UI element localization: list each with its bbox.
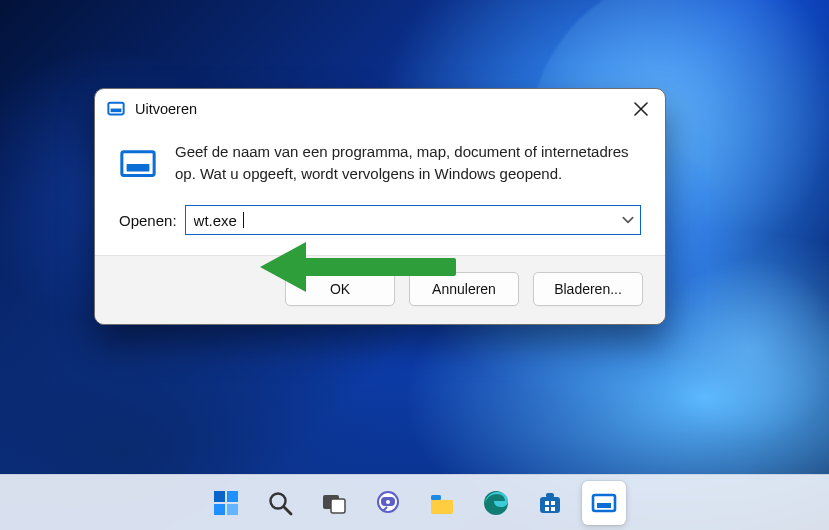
- svg-rect-23: [545, 507, 549, 511]
- ok-button[interactable]: OK: [285, 272, 395, 306]
- svg-rect-22: [551, 501, 555, 505]
- text-caret: [243, 212, 244, 228]
- run-icon: [107, 100, 125, 118]
- taskbar-task-view[interactable]: [312, 481, 356, 525]
- svg-rect-19: [540, 497, 560, 513]
- taskbar-file-explorer[interactable]: [420, 481, 464, 525]
- svg-rect-2: [122, 152, 154, 176]
- run-icon-large: [119, 145, 157, 183]
- dialog-description: Geef de naam van een programma, map, doc…: [175, 141, 641, 185]
- svg-rect-21: [545, 501, 549, 505]
- open-combobox[interactable]: [185, 205, 641, 235]
- titlebar: Uitvoeren: [95, 89, 665, 129]
- dialog-footer: OK Annuleren Bladeren...: [95, 255, 665, 324]
- svg-rect-13: [331, 499, 345, 513]
- dialog-title: Uitvoeren: [135, 101, 625, 117]
- taskbar-run[interactable]: [582, 481, 626, 525]
- svg-rect-20: [546, 493, 554, 498]
- svg-rect-24: [551, 507, 555, 511]
- svg-rect-9: [227, 504, 238, 515]
- taskbar-start[interactable]: [204, 481, 248, 525]
- desktop: Uitvoeren Geef de naam van een programma…: [0, 0, 829, 530]
- open-input[interactable]: [185, 205, 641, 235]
- svg-rect-7: [227, 491, 238, 502]
- svg-rect-3: [127, 164, 150, 172]
- cancel-button[interactable]: Annuleren: [409, 272, 519, 306]
- svg-line-11: [284, 507, 291, 514]
- taskbar-edge[interactable]: [474, 481, 518, 525]
- browse-button[interactable]: Bladeren...: [533, 272, 643, 306]
- close-button[interactable]: [625, 93, 657, 125]
- taskbar-search[interactable]: [258, 481, 302, 525]
- svg-rect-8: [214, 504, 225, 515]
- taskbar: [0, 474, 829, 530]
- taskbar-chat[interactable]: [366, 481, 410, 525]
- svg-rect-26: [597, 503, 611, 508]
- open-label: Openen:: [119, 212, 177, 229]
- taskbar-microsoft-store[interactable]: [528, 481, 572, 525]
- svg-point-16: [386, 500, 390, 504]
- svg-rect-17: [431, 495, 441, 500]
- svg-rect-6: [214, 491, 225, 502]
- svg-rect-1: [111, 109, 122, 113]
- run-dialog: Uitvoeren Geef de naam van een programma…: [94, 88, 666, 325]
- dialog-body: Geef de naam van een programma, map, doc…: [95, 129, 665, 255]
